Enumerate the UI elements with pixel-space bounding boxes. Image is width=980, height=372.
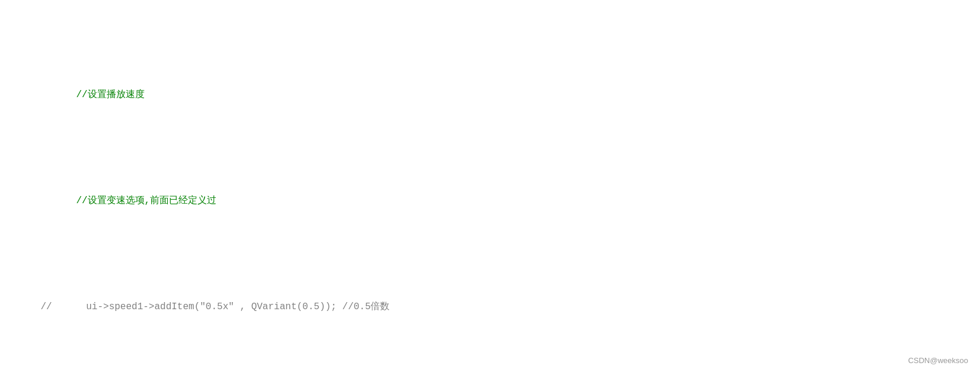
code-line-2: //设置变速选项,前面已经定义过: [18, 179, 962, 225]
code-line-1: //设置播放速度: [18, 72, 962, 118]
code-editor: //设置播放速度 //设置变速选项,前面已经定义过 // ui->speed1-…: [18, 12, 962, 372]
watermark: CSDN@weeksoo: [908, 355, 968, 367]
commented-line-3: // ui->speed1->addItem("0.5x" , QVariant…: [40, 302, 390, 312]
comment-set-options: //设置变速选项,前面已经定义过: [76, 195, 216, 206]
comment-set-speed: //设置播放速度: [76, 89, 144, 100]
code-line-3: // ui->speed1->addItem("0.5x" , QVariant…: [18, 285, 962, 331]
